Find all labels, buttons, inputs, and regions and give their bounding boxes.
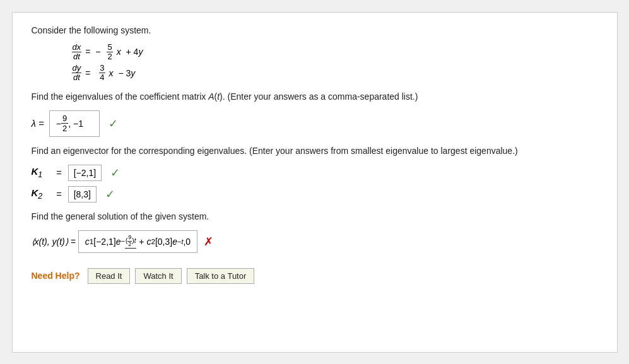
equation-1: dx dt = − 5 2 x + 4y xyxy=(69,43,598,62)
eigenvalue-answer-box[interactable]: − 9 2 , −1 xyxy=(49,110,100,137)
eigenvector-question: Find an eigenvector for the correspondin… xyxy=(32,146,598,156)
general-solution-question: Find the general solution of the given s… xyxy=(32,211,598,221)
k2-label: K2 xyxy=(32,187,50,201)
equation-2: dy dt = 3 4 x − 3y xyxy=(69,64,598,83)
problem-statement: Consider the following system. xyxy=(32,25,598,35)
need-help-label: Need Help? xyxy=(32,271,80,281)
general-solution-xmark: ✗ xyxy=(204,235,213,249)
equations-block: dx dt = − 5 2 x + 4y dy dt = 3 4 xyxy=(69,43,598,83)
help-bar: Need Help? Read It Watch It Talk to a Tu… xyxy=(32,268,598,284)
k1-checkmark: ✓ xyxy=(110,166,120,180)
lambda-frac: 9 2 xyxy=(61,114,68,134)
k2-row: K2 = [8,3] ✓ xyxy=(32,186,598,203)
k2-answer-box[interactable]: [8,3] xyxy=(68,186,97,203)
k2-value: [8,3] xyxy=(74,189,91,199)
k2-checkmark: ✓ xyxy=(105,187,115,201)
read-it-button[interactable]: Read It xyxy=(88,268,131,284)
k1-row: K1 = [−2,1] ✓ xyxy=(32,165,598,181)
xy-label: ⟨x(t), y(t)⟩ = xyxy=(32,237,76,247)
k1-label: K1 xyxy=(32,166,50,179)
frac-dx-dt: dx dt xyxy=(72,43,82,62)
talk-to-tutor-button[interactable]: Talk to a Tutor xyxy=(187,268,255,284)
frac-5-2: 5 2 xyxy=(107,43,112,62)
main-card: Consider the following system. dx dt = −… xyxy=(12,12,618,353)
k1-value: [−2,1] xyxy=(74,168,96,178)
general-solution-row: ⟨x(t), y(t)⟩ = c1[−2,1]e − ( 9 2 )t + c2… xyxy=(32,230,598,253)
watch-it-button[interactable]: Watch It xyxy=(135,268,181,284)
frac-dy-dt: dy dt xyxy=(72,64,82,83)
eigenvalue-question: Find the eigenvalues of the coefficient … xyxy=(32,91,598,102)
frac-3-4: 3 4 xyxy=(99,64,105,83)
eigenvalue-answer-row: λ = − 9 2 , −1 ✓ xyxy=(32,110,598,137)
problem-text: Consider the following system. xyxy=(32,25,151,35)
eigenvalue-checkmark: ✓ xyxy=(109,117,118,131)
k1-answer-box[interactable]: [−2,1] xyxy=(68,165,102,181)
general-solution-box[interactable]: c1[−2,1]e − ( 9 2 )t + c2[0,3]e−t,0 xyxy=(78,230,197,253)
lambda-label: λ = xyxy=(32,118,44,129)
